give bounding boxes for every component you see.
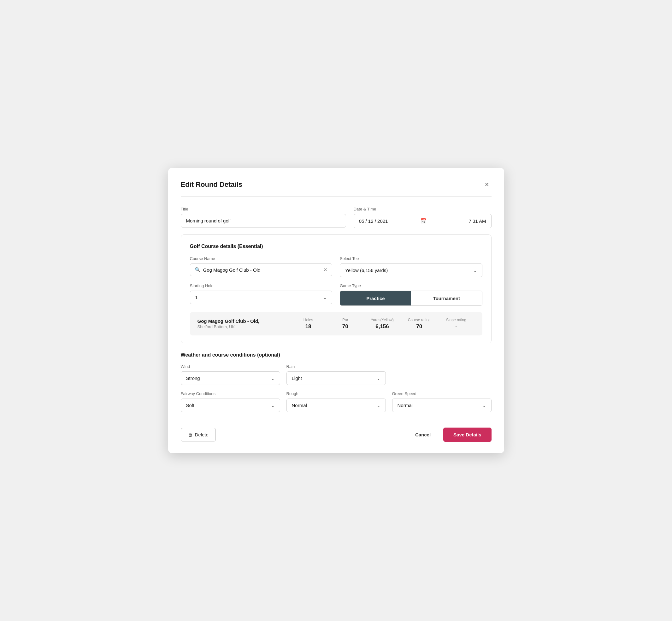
search-icon: 🔍 xyxy=(195,267,201,273)
course-name-main: Gog Magog Golf Club - Old, xyxy=(198,318,290,324)
delete-label: Delete xyxy=(195,432,209,437)
fairway-col: Fairway Conditions Soft ⌄ xyxy=(181,391,280,412)
select-tee-value: Yellow (6,156 yards) xyxy=(345,267,388,273)
starting-hole-col: Starting Hole 1 ⌄ xyxy=(190,283,333,306)
course-info-name: Gog Magog Golf Club - Old, Shelford Bott… xyxy=(198,318,290,329)
rain-col: Rain Light ⌄ xyxy=(287,364,386,385)
course-stat-holes: Holes 18 xyxy=(290,318,327,330)
green-speed-col: Green Speed Normal ⌄ xyxy=(392,391,492,412)
course-info-bar: Gog Magog Golf Club - Old, Shelford Bott… xyxy=(190,312,482,335)
holes-label: Holes xyxy=(290,318,327,322)
wind-col: Wind Strong ⌄ xyxy=(181,364,280,385)
rain-label: Rain xyxy=(287,364,386,369)
rough-col: Rough Normal ⌄ xyxy=(287,391,386,412)
course-stat-yards: Yards(Yellow) 6,156 xyxy=(364,318,401,330)
chevron-down-icon-2: ⌄ xyxy=(323,295,327,300)
rain-dropdown[interactable]: Light ⌄ xyxy=(287,371,386,385)
slope-rating-value: - xyxy=(437,323,474,330)
title-datetime-row: Title Date & Time 05 / 12 / 2021 📅 7:31 … xyxy=(181,207,492,228)
rough-dropdown[interactable]: Normal ⌄ xyxy=(287,399,386,412)
footer-right: Cancel Save Details xyxy=(410,427,492,442)
modal-header: Edit Round Details × xyxy=(181,179,492,197)
course-rating-label: Course rating xyxy=(401,318,437,322)
par-value: 70 xyxy=(327,323,364,330)
cancel-button[interactable]: Cancel xyxy=(410,428,436,441)
chevron-down-icon-4: ⌄ xyxy=(377,376,380,381)
title-input[interactable] xyxy=(181,214,346,227)
clear-icon[interactable]: ✕ xyxy=(323,267,328,273)
date-value: 05 / 12 / 2021 xyxy=(359,218,388,224)
chevron-down-icon-7: ⌄ xyxy=(482,403,486,408)
rain-value: Light xyxy=(292,375,302,381)
rough-label: Rough xyxy=(287,391,386,396)
delete-button[interactable]: 🗑 Delete xyxy=(181,428,216,442)
calendar-icon: 📅 xyxy=(421,218,427,224)
yards-value: 6,156 xyxy=(364,323,401,330)
select-tee-dropdown[interactable]: Yellow (6,156 yards) ⌄ xyxy=(340,263,482,277)
weather-title: Weather and course conditions (optional) xyxy=(181,352,492,358)
wind-value: Strong xyxy=(186,375,200,381)
par-label: Par xyxy=(327,318,364,322)
course-stat-par: Par 70 xyxy=(327,318,364,330)
date-field[interactable]: 05 / 12 / 2021 📅 xyxy=(354,214,432,228)
weather-section: Weather and course conditions (optional)… xyxy=(181,352,492,412)
golf-course-title: Golf Course details (Essential) xyxy=(190,244,482,249)
green-speed-dropdown[interactable]: Normal ⌄ xyxy=(392,399,492,412)
wind-dropdown[interactable]: Strong ⌄ xyxy=(181,371,280,385)
datetime-label: Date & Time xyxy=(354,207,492,211)
course-name-sub: Shelford Bottom, UK xyxy=(198,324,290,329)
wind-rain-row: Wind Strong ⌄ Rain Light ⌄ xyxy=(181,364,492,385)
modal-title: Edit Round Details xyxy=(181,180,243,189)
game-type-col: Game Type Practice Tournament xyxy=(340,283,482,306)
chevron-down-icon-3: ⌄ xyxy=(271,376,275,381)
yards-label: Yards(Yellow) xyxy=(364,318,401,322)
course-stat-slope-rating: Slope rating - xyxy=(437,318,474,330)
rough-value: Normal xyxy=(292,403,307,408)
chevron-down-icon: ⌄ xyxy=(473,268,477,273)
time-value: 7:31 AM xyxy=(468,218,486,224)
course-name-col: Course Name 🔍 Gog Magog Golf Club - Old … xyxy=(190,256,333,277)
slope-rating-label: Slope rating xyxy=(437,318,474,322)
chevron-down-icon-6: ⌄ xyxy=(377,403,380,408)
course-rating-value: 70 xyxy=(401,323,437,330)
close-button[interactable]: × xyxy=(482,179,492,190)
select-tee-label: Select Tee xyxy=(340,256,482,261)
fairway-value: Soft xyxy=(186,403,195,408)
title-col: Title xyxy=(181,207,346,228)
starting-hole-dropdown[interactable]: 1 ⌄ xyxy=(190,291,333,304)
select-tee-col: Select Tee Yellow (6,156 yards) ⌄ xyxy=(340,256,482,277)
green-speed-value: Normal xyxy=(397,403,413,408)
edit-round-modal: Edit Round Details × Title Date & Time 0… xyxy=(168,168,504,453)
time-field[interactable]: 7:31 AM xyxy=(432,214,491,228)
wind-label: Wind xyxy=(181,364,280,369)
chevron-down-icon-5: ⌄ xyxy=(271,403,275,408)
datetime-col: Date & Time 05 / 12 / 2021 📅 7:31 AM xyxy=(354,207,492,228)
rain-spacer xyxy=(392,364,492,385)
title-label: Title xyxy=(181,207,346,211)
green-speed-label: Green Speed xyxy=(392,391,492,396)
course-stat-course-rating: Course rating 70 xyxy=(401,318,437,330)
course-name-label: Course Name xyxy=(190,256,333,261)
trash-icon: 🗑 xyxy=(188,432,193,437)
datetime-row: 05 / 12 / 2021 📅 7:31 AM xyxy=(354,214,492,228)
fairway-label: Fairway Conditions xyxy=(181,391,280,396)
course-name-input[interactable]: 🔍 Gog Magog Golf Club - Old ✕ xyxy=(190,263,333,276)
holes-value: 18 xyxy=(290,323,327,330)
starting-hole-value: 1 xyxy=(195,295,198,300)
tournament-button[interactable]: Tournament xyxy=(411,291,482,305)
course-name-value: Gog Magog Golf Club - Old xyxy=(203,267,261,273)
fairway-dropdown[interactable]: Soft ⌄ xyxy=(181,399,280,412)
save-button[interactable]: Save Details xyxy=(443,427,491,442)
course-tee-row: Course Name 🔍 Gog Magog Golf Club - Old … xyxy=(190,256,482,277)
practice-button[interactable]: Practice xyxy=(340,291,411,305)
starting-hole-label: Starting Hole xyxy=(190,283,333,288)
modal-footer: 🗑 Delete Cancel Save Details xyxy=(181,421,492,442)
game-type-toggle: Practice Tournament xyxy=(340,291,482,306)
hole-gametype-row: Starting Hole 1 ⌄ Game Type Practice Tou… xyxy=(190,283,482,306)
game-type-label: Game Type xyxy=(340,283,482,288)
golf-course-section: Golf Course details (Essential) Course N… xyxy=(181,235,492,343)
fairway-rough-green-row: Fairway Conditions Soft ⌄ Rough Normal ⌄… xyxy=(181,391,492,412)
